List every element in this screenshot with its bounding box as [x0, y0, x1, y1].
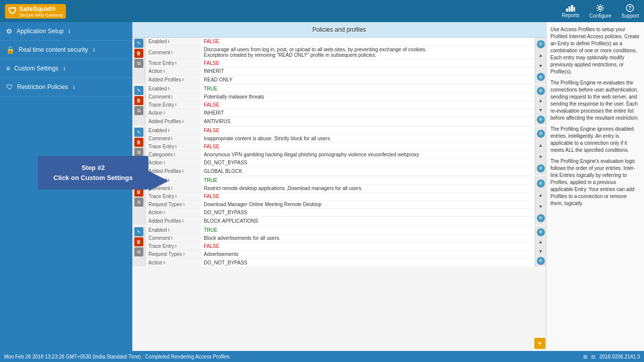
entry5-comment-value: Block advertisements for all users.: [201, 234, 535, 242]
entry4-action-row: Actionℹ DO_NOT_BYPASS: [145, 209, 535, 217]
reports-label: Reports: [562, 13, 580, 18]
entry3-comment-value: Inappropriate content is abuse. Strictly…: [201, 135, 535, 142]
policy-entry-2: ✎ 🗑 ⧉ Enabledℹ TRUE Commentℹ Potentially…: [132, 85, 546, 125]
sidebar-item-label-restriction-policies: Restriction Policies: [17, 83, 68, 90]
add-entry-button[interactable]: +: [534, 338, 545, 349]
entry5-edit-btn[interactable]: ✎: [134, 227, 143, 236]
entry2-enabled-label: Enabledℹ: [145, 85, 201, 93]
entry5-action-value: DO_NOT_BYPASS: [201, 258, 535, 266]
entry2-edit-btn[interactable]: ✎: [134, 86, 143, 95]
entry1-copy-btn[interactable]: ⧉: [134, 59, 143, 68]
entry3-enabled-label: Enabledℹ: [145, 127, 201, 134]
entry4-settings-btn[interactable]: ⚙: [537, 179, 545, 188]
entry2-trace-label: Trace Entryℹ: [145, 101, 201, 109]
entry5-action-row: Actionℹ DO_NOT_BYPASS: [145, 258, 535, 266]
entry5-fields: Enabledℹ TRUE Commentℹ Block advertiseme…: [145, 226, 535, 266]
nav-reports[interactable]: Reports: [562, 5, 580, 18]
entry2-action-label: Actionℹ: [145, 109, 201, 117]
entry5-trace-value: FALSE: [201, 242, 535, 250]
nav-support[interactable]: ? Support: [621, 4, 639, 19]
footer-right: ⊞ ⊟ 2018.0206.2141.3: [583, 354, 640, 359]
entry4-down-btn[interactable]: ▼: [537, 203, 545, 211]
entry3-fields: Enabledℹ FALSE Commentℹ Inappropriate co…: [145, 127, 535, 175]
sidebar-item-custom-settings[interactable]: ≡ Custom Settings ℹ: [0, 59, 132, 78]
entry1-trace-row: Trace Entry ℹ FALSE: [145, 59, 535, 67]
entry3-right-controls: ⚙ ▲ ▼ ⚙: [535, 127, 546, 175]
entry3-categories-label: Categoriesℹ: [145, 151, 201, 158]
entry3-comment-row: Commentℹ Inappropriate content is abuse.…: [145, 135, 535, 143]
entry4-comment-row: Commentℹ Restrict remote desktop applica…: [145, 185, 535, 193]
policy-entry-5: ✎ 🗑 ⧉ Enabledℹ TRUE Commentℹ Block adver…: [132, 226, 546, 266]
right-panel-para-2: The Profiling Engine re-evaluates the co…: [550, 79, 640, 122]
entry4-fields: Enabledℹ TRUE Commentℹ Restrict remote d…: [145, 176, 535, 225]
entry5-down-btn[interactable]: ▼: [537, 247, 545, 255]
footer-icon-2[interactable]: ⊟: [591, 354, 595, 359]
entry3-trace-value: FALSE: [201, 143, 535, 150]
sidebar-item-real-time-content[interactable]: 🔒 Real time content security ℹ: [0, 41, 132, 59]
entry3-settings-btn[interactable]: ⚙: [537, 130, 545, 138]
entry3-categories-value: Anonymous VPN gambling hacking illegal p…: [201, 151, 535, 158]
entry5-up-btn[interactable]: ▲: [537, 238, 545, 246]
restriction-policies-help-icon[interactable]: ℹ: [73, 84, 75, 90]
entry2-trace-row: Trace Entryℹ FALSE: [145, 101, 535, 109]
entry5-settings-btn[interactable]: ⚙: [537, 228, 545, 236]
real-time-help-icon[interactable]: ℹ: [93, 47, 95, 53]
entry3-delete-btn[interactable]: 🗑: [134, 138, 143, 147]
nav-configure[interactable]: Configure: [590, 4, 611, 19]
entry5-reqtypes-row: Request Typesℹ Advertisements: [145, 250, 535, 258]
entry2-delete-btn[interactable]: 🗑: [134, 96, 143, 105]
entry2-settings-btn[interactable]: ⚙: [537, 87, 545, 95]
entry3-down-btn[interactable]: ▼: [537, 153, 545, 161]
configure-label: Configure: [590, 13, 611, 19]
footer-icon-1[interactable]: ⊞: [583, 354, 587, 359]
restriction-policies-icon: 🛡: [6, 83, 13, 91]
center-panel: Policies and profiles ✎ 🗑 ⧉ Enabled ℹ FA…: [132, 22, 546, 351]
entry2-enabled-row: Enabledℹ TRUE: [145, 85, 535, 93]
sidebar-item-restriction-policies[interactable]: 🛡 Restriction Policies ℹ: [0, 78, 132, 97]
logo-box: 🛡 SafeSquid® Secure Web Gateway: [5, 4, 66, 19]
entry1-up-btn[interactable]: ▲: [537, 51, 545, 59]
right-panel-para-1: Use Access Profiles to setup your Profil…: [550, 26, 640, 75]
entry1-profiles-row: Added Profiles ℹ READ ONLY: [145, 75, 535, 83]
logo-sub: Secure Web Gateway: [19, 13, 63, 18]
entry1-down-btn[interactable]: ▼: [537, 62, 545, 70]
application-setup-help-icon[interactable]: ℹ: [68, 29, 70, 34]
entry2-info-btn[interactable]: ⚙: [537, 116, 545, 124]
entry1-action-row: Action ℹ INHERIT: [145, 67, 535, 75]
entry4-up-btn[interactable]: ▲: [537, 191, 545, 199]
entry1-comment-label: Comment ℹ: [145, 46, 201, 59]
entry5-comment-label: Commentℹ: [145, 234, 201, 242]
sidebar-item-application-setup[interactable]: ⚙ Application Setup ℹ: [0, 22, 132, 41]
entry1-delete-btn[interactable]: 🗑: [134, 49, 143, 58]
entry3-up-btn[interactable]: ▲: [537, 141, 545, 149]
entry5-delete-btn[interactable]: 🗑: [134, 237, 143, 246]
entry1-profiles-label: Added Profiles ℹ: [145, 75, 201, 83]
entry5-copy-btn[interactable]: ⧉: [134, 247, 143, 256]
tooltip-step: Step #2: [46, 163, 140, 173]
entry4-info-btn[interactable]: ⚙: [537, 214, 545, 222]
entry2-action-value: INHERIT: [201, 109, 535, 117]
entry2-copy-btn[interactable]: ⧉: [134, 106, 143, 115]
entry1-enabled-row: Enabled ℹ FALSE: [145, 38, 535, 46]
logo-name: SafeSquid®: [19, 5, 56, 13]
entry3-action-row: Actionℹ DO_NOT_BYPASS: [145, 159, 535, 167]
entry1-comment-value: Discourage all users from log in, post, …: [201, 46, 535, 59]
entry3-enabled-row: Enabledℹ FALSE: [145, 127, 535, 135]
entry1-edit-btn[interactable]: ✎: [134, 39, 143, 48]
entry4-copy-btn[interactable]: ⧉: [134, 198, 143, 207]
entry2-up-btn[interactable]: ▲: [537, 97, 545, 105]
entry1-info-btn[interactable]: ⚙: [537, 73, 545, 81]
entry2-down-btn[interactable]: ▼: [537, 106, 545, 114]
entry1-settings-btn[interactable]: ⚙: [537, 40, 545, 48]
entry3-edit-btn[interactable]: ✎: [134, 128, 143, 137]
entry5-right-controls: ⚙ ▲ ▼ ⚙: [535, 226, 546, 266]
entry2-fields: Enabledℹ TRUE Commentℹ Potentially malwa…: [145, 85, 535, 125]
custom-settings-help-icon[interactable]: ℹ: [63, 66, 65, 71]
entry4-reqtypes-row: Request Typesℹ Download Manager Online M…: [145, 201, 535, 209]
entry4-right-controls: ⚙ ▲ ▼ ⚙: [535, 176, 546, 225]
entry4-profiles-label: Added Profilesℹ: [145, 217, 201, 225]
entry5-info-btn[interactable]: ⚙: [537, 257, 545, 265]
right-panel-para-3: The Profiling Engine ignores disabled en…: [550, 126, 640, 154]
entry3-profiles-value: GLOBAL BLOCK: [201, 167, 535, 175]
entry3-info-btn[interactable]: ⚙: [537, 164, 545, 172]
